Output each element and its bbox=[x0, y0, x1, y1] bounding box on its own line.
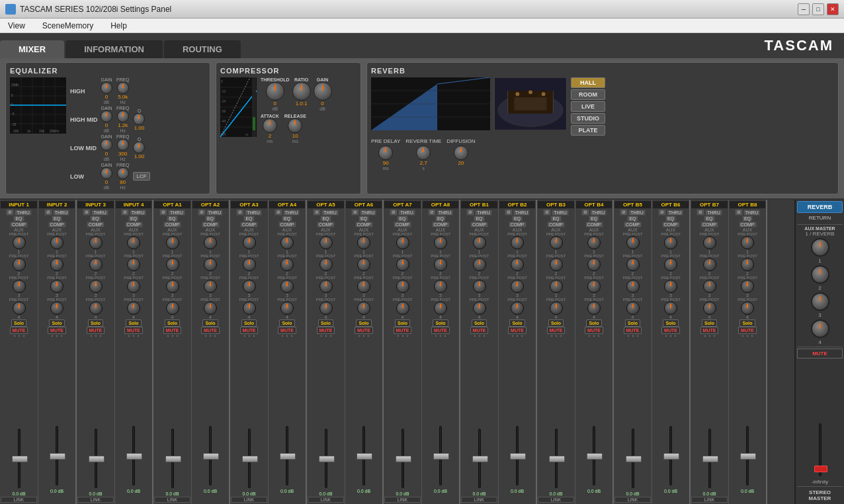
ch-phi-ch3[interactable]: ⊘ bbox=[83, 209, 91, 216]
reverb-hall-button[interactable]: HALL bbox=[571, 77, 605, 88]
ch-solo-ch8[interactable]: Solo bbox=[279, 319, 294, 327]
ch-phi-ch8[interactable]: ⊘ bbox=[274, 209, 282, 216]
master-mute-button[interactable]: MUTE bbox=[797, 349, 843, 358]
ch-comp-ch6[interactable]: COMP bbox=[202, 222, 220, 228]
ch-eq-ch6[interactable]: EQ bbox=[205, 216, 216, 222]
tab-mixer[interactable]: MIXER bbox=[0, 40, 64, 58]
ch-aux4-knob-ch8[interactable] bbox=[280, 302, 294, 315]
ch-mute-ch18[interactable]: MUTE bbox=[661, 327, 680, 334]
ch-thru-ch17[interactable]: THRU bbox=[628, 210, 645, 216]
ch-phi-ch14[interactable]: ⊘ bbox=[505, 209, 513, 216]
ch-mute-ch4[interactable]: MUTE bbox=[124, 327, 143, 334]
ch-thru-ch18[interactable]: THRU bbox=[667, 210, 683, 216]
ch-aux2-knob-ch12[interactable] bbox=[434, 258, 447, 271]
ch-fader-ch13[interactable] bbox=[472, 456, 488, 462]
ch-eq-ch8[interactable]: EQ bbox=[282, 216, 292, 222]
eq-lowmid-gain-knob[interactable] bbox=[101, 139, 112, 151]
ch-phi-ch12[interactable]: ⊘ bbox=[428, 209, 436, 216]
ch-solo-ch14[interactable]: Solo bbox=[509, 319, 525, 327]
ch-aux2-knob-ch10[interactable] bbox=[357, 258, 370, 271]
ch-mute-ch17[interactable]: MUTE bbox=[624, 327, 642, 334]
ch-aux1-knob-ch2[interactable] bbox=[50, 236, 63, 249]
ch-link-ch3[interactable]: LINK bbox=[77, 497, 114, 503]
ch-aux1-knob-ch9[interactable] bbox=[319, 236, 333, 249]
ch-fader-ch5[interactable] bbox=[165, 456, 181, 462]
ch-aux4-knob-ch14[interactable] bbox=[511, 302, 524, 315]
ch-comp-ch18[interactable]: COMP bbox=[662, 222, 680, 228]
ch-aux1-knob-ch8[interactable] bbox=[280, 236, 294, 249]
reverb-live-button[interactable]: LIVE bbox=[571, 101, 605, 112]
ch-aux3-knob-ch15[interactable] bbox=[550, 280, 563, 293]
eq-highmid-q-knob[interactable] bbox=[133, 113, 145, 125]
ch-aux4-knob-ch2[interactable] bbox=[50, 302, 63, 315]
ch-link-ch5[interactable]: LINK bbox=[154, 497, 190, 503]
ch-fader-ch7[interactable] bbox=[242, 456, 258, 462]
ch-eq-ch12[interactable]: EQ bbox=[435, 216, 446, 222]
aux4-knob[interactable] bbox=[811, 319, 829, 338]
ch-aux4-knob-ch18[interactable] bbox=[664, 302, 677, 315]
ch-eq-ch10[interactable]: EQ bbox=[359, 216, 369, 222]
aux2-knob[interactable] bbox=[811, 265, 829, 284]
ch-fader-ch3[interactable] bbox=[89, 456, 105, 462]
ch-aux3-knob-ch14[interactable] bbox=[511, 280, 524, 293]
ch-fader-ch17[interactable] bbox=[626, 456, 642, 462]
ch-aux4-knob-ch20[interactable] bbox=[741, 302, 754, 315]
ch-aux2-knob-ch11[interactable] bbox=[396, 258, 409, 271]
ch-aux3-knob-ch12[interactable] bbox=[434, 280, 447, 293]
predelay-knob[interactable] bbox=[378, 146, 393, 160]
ch-aux2-knob-ch18[interactable] bbox=[664, 258, 677, 271]
ch-aux2-knob-ch5[interactable] bbox=[166, 258, 179, 271]
ch-aux3-knob-ch16[interactable] bbox=[587, 280, 601, 293]
ch-aux4-knob-ch1[interactable] bbox=[13, 302, 26, 315]
ch-fader-ch19[interactable] bbox=[702, 456, 718, 462]
ch-phi-ch13[interactable]: ⊘ bbox=[466, 209, 474, 216]
ch-thru-ch16[interactable]: THRU bbox=[590, 210, 607, 216]
reverb-plate-button[interactable]: PLATE bbox=[571, 125, 605, 136]
ch-aux4-knob-ch6[interactable] bbox=[204, 302, 217, 315]
ch-phi-ch1[interactable]: ⊘ bbox=[6, 209, 14, 216]
ch-thru-ch1[interactable]: THRU bbox=[15, 210, 31, 216]
ch-phi-ch11[interactable]: ⊘ bbox=[390, 209, 398, 216]
ch-aux4-knob-ch7[interactable] bbox=[243, 302, 256, 315]
ch-phi-ch5[interactable]: ⊘ bbox=[159, 209, 167, 216]
ch-thru-ch10[interactable]: THRU bbox=[360, 210, 376, 216]
aux3-knob[interactable] bbox=[811, 292, 829, 311]
aux1-knob[interactable] bbox=[811, 238, 829, 257]
ch-eq-ch17[interactable]: EQ bbox=[627, 216, 638, 222]
ch-eq-ch1[interactable]: EQ bbox=[13, 216, 24, 222]
ch-mute-ch6[interactable]: MUTE bbox=[201, 327, 220, 334]
ch-aux1-knob-ch15[interactable] bbox=[550, 236, 563, 249]
ch-aux2-knob-ch1[interactable] bbox=[13, 258, 26, 271]
ch-link-ch11[interactable]: LINK bbox=[384, 497, 421, 503]
ch-aux1-knob-ch13[interactable] bbox=[473, 236, 486, 249]
ch-thru-ch8[interactable]: THRU bbox=[283, 210, 300, 216]
ch-aux3-knob-ch8[interactable] bbox=[280, 280, 294, 293]
ch-aux4-knob-ch16[interactable] bbox=[587, 302, 601, 315]
ch-phi-ch16[interactable]: ⊘ bbox=[581, 209, 589, 216]
menu-item-view[interactable]: View bbox=[4, 20, 29, 32]
ch-thru-ch6[interactable]: THRU bbox=[206, 210, 223, 216]
ch-aux2-knob-ch17[interactable] bbox=[626, 258, 640, 271]
comp-gain-knob[interactable] bbox=[314, 82, 332, 101]
ch-mute-ch5[interactable]: MUTE bbox=[163, 327, 182, 334]
ch-mute-ch15[interactable]: MUTE bbox=[547, 327, 566, 334]
ch-solo-ch13[interactable]: Solo bbox=[472, 319, 487, 327]
ch-comp-ch19[interactable]: COMP bbox=[700, 222, 718, 228]
ch-solo-ch7[interactable]: Solo bbox=[241, 319, 257, 327]
ch-fader-ch6[interactable] bbox=[203, 453, 219, 460]
ch-aux4-knob-ch12[interactable] bbox=[434, 302, 447, 315]
minimize-button[interactable]: ─ bbox=[798, 3, 810, 15]
ch-aux3-knob-ch3[interactable] bbox=[89, 280, 103, 293]
ch-mute-ch20[interactable]: MUTE bbox=[738, 327, 757, 334]
ch-fader-ch1[interactable] bbox=[12, 456, 28, 462]
ch-aux1-knob-ch16[interactable] bbox=[587, 236, 601, 249]
tab-information[interactable]: INFORMATION bbox=[65, 40, 163, 58]
ch-comp-ch10[interactable]: COMP bbox=[355, 222, 373, 228]
ch-thru-ch15[interactable]: THRU bbox=[552, 210, 568, 216]
ch-phi-ch19[interactable]: ⊘ bbox=[696, 209, 704, 216]
ch-comp-ch9[interactable]: COMP bbox=[317, 222, 335, 228]
ch-thru-ch13[interactable]: THRU bbox=[475, 210, 491, 216]
ch-fader-ch10[interactable] bbox=[357, 453, 372, 460]
ch-phi-ch7[interactable]: ⊘ bbox=[236, 209, 244, 216]
ch-comp-ch14[interactable]: COMP bbox=[509, 222, 527, 228]
